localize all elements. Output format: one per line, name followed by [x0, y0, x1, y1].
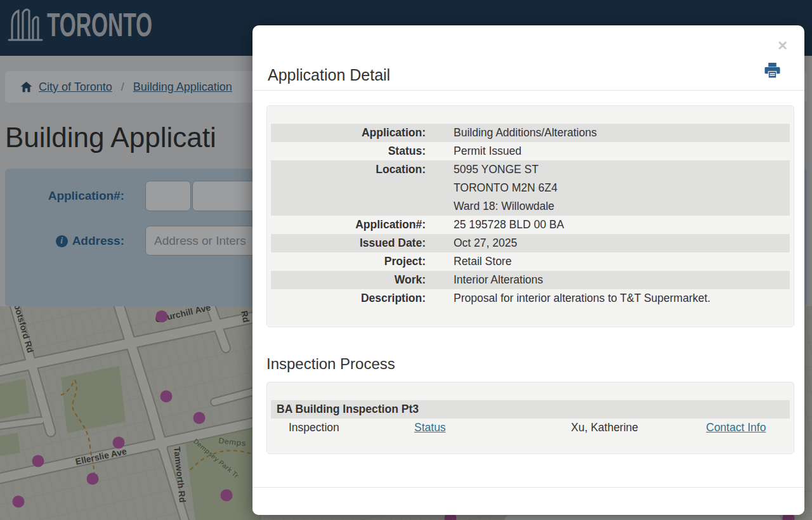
detail-value: 5095 YONGE STTORONTO M2N 6Z4Ward 18: Wil…: [440, 160, 790, 216]
detail-row: Work:Interior Alterations: [271, 271, 790, 289]
detail-row: Description:Proposal for interior altera…: [271, 289, 790, 308]
detail-label: Status:: [271, 142, 440, 160]
detail-label: Description:: [271, 289, 440, 308]
detail-label: Work:: [271, 271, 440, 289]
modal-body: Application:Building Additions/Alteratio…: [252, 91, 804, 454]
detail-row: Issued Date:Oct 27, 2025: [271, 234, 790, 252]
detail-value: Building Additions/Alterations: [440, 124, 790, 142]
application-detail-panel: Application:Building Additions/Alteratio…: [266, 105, 794, 327]
contact-info-link[interactable]: Contact Info: [706, 421, 766, 434]
inspection-type: Inspection: [289, 419, 414, 437]
detail-row: Project:Retail Store: [271, 252, 790, 271]
status-link[interactable]: Status: [414, 421, 446, 434]
detail-label: Location:: [271, 160, 440, 216]
close-icon[interactable]: ✕: [777, 39, 788, 52]
inspector-name: Xu, Katherine: [571, 419, 706, 437]
detail-label: Application#:: [271, 216, 440, 234]
inspection-panel: BA Building Inspection Pt3 Inspection St…: [266, 382, 794, 454]
inspection-group-title: BA Building Inspection Pt3: [271, 400, 790, 419]
modal-footer: [252, 487, 804, 515]
print-icon[interactable]: [764, 63, 780, 80]
inspection-process-heading: Inspection Process: [266, 355, 794, 373]
detail-value: Retail Store: [440, 252, 790, 271]
detail-value: Proposal for interior alterations to T&T…: [440, 289, 790, 308]
detail-label: Issued Date:: [271, 234, 440, 252]
detail-label: Project:: [271, 252, 440, 271]
inspection-row: Inspection Status Xu, Katherine Contact …: [271, 419, 790, 437]
detail-row: Status:Permit Issued: [271, 142, 790, 160]
modal-title: Application Detail: [268, 66, 390, 84]
detail-row: Location:5095 YONGE STTORONTO M2N 6Z4War…: [271, 160, 790, 216]
detail-value: 25 195728 BLD 00 BA: [440, 216, 790, 234]
detail-value: Interior Alterations: [440, 271, 790, 289]
detail-row: Application#:25 195728 BLD 00 BA: [271, 216, 790, 234]
detail-value: Permit Issued: [440, 142, 790, 160]
modal-header: Application Detail ✕: [252, 25, 804, 91]
detail-label: Application:: [271, 124, 440, 142]
detail-value: Oct 27, 2025: [440, 234, 790, 252]
application-detail-modal: Application Detail ✕ Application:Buildin…: [252, 25, 804, 515]
page: TORONTO City of Toronto / Building Appli…: [0, 0, 812, 520]
detail-row: Application:Building Additions/Alteratio…: [271, 124, 790, 142]
